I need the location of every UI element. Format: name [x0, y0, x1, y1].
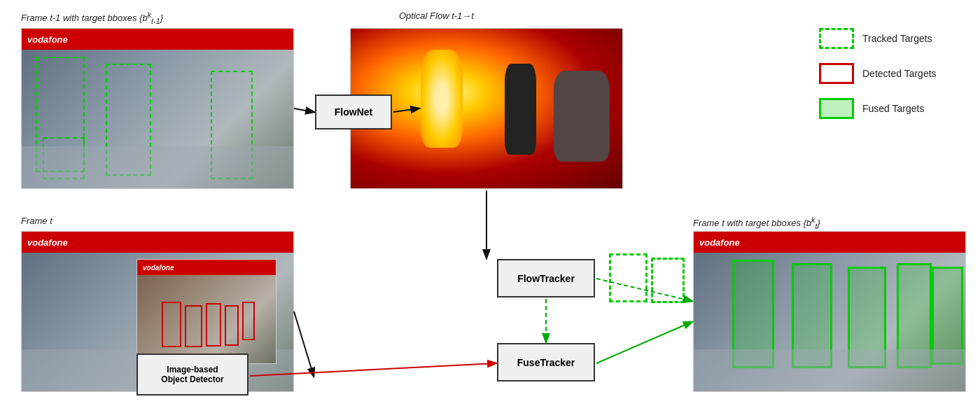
det-bbox-1	[162, 302, 181, 347]
flow-silhouette-dark1	[505, 64, 536, 155]
detector-input-image: vodafone	[136, 259, 276, 364]
detector-label: Image-based Object Detector	[161, 365, 223, 384]
fusetracker-label: FuseTracker	[517, 357, 575, 368]
legend-item-fused: Fused Targets	[819, 98, 959, 119]
arrow-tm1-flownet	[294, 108, 314, 112]
legend-item-detected: Detected Targets	[819, 63, 959, 84]
det-bbox-4	[225, 305, 239, 346]
legend-detected-label: Detected Targets	[862, 68, 937, 79]
flow-silhouette-dark2	[554, 71, 610, 162]
det-bbox-3	[206, 303, 221, 346]
frame-t-output-image: vodafone	[693, 231, 966, 392]
label-optical-flow: Optical Flow t-1→t	[399, 10, 474, 21]
vodafone-logo-tm1: vodafone	[27, 34, 68, 45]
flownet-box: FlowNet	[315, 94, 392, 130]
label-frame-t-out: Frame t with target bboxes {bkt}	[693, 216, 820, 230]
legend-detected-box	[819, 63, 854, 84]
label-frame-t: Frame t	[21, 216, 52, 226]
flowtracker-label: FlowTracker	[517, 273, 575, 284]
flow-silhouette-bright	[421, 50, 463, 148]
flownet-label: FlowNet	[335, 106, 372, 118]
vodafone-logo-det: vodafone	[143, 264, 174, 272]
vodafone-logo-t: vodafone	[27, 237, 68, 248]
flowtracker-box: FlowTracker	[497, 259, 595, 298]
frame-tm1-image: vodafone	[21, 28, 294, 189]
vodafone-logo-out: vodafone	[699, 237, 740, 248]
legend: Tracked Targets Detected Targets Fused T…	[819, 28, 959, 133]
flowtracker-output-bbox	[609, 253, 648, 302]
fusetracker-box: FuseTracker	[497, 343, 595, 382]
legend-tracked-box	[819, 28, 854, 49]
det-bbox-2	[185, 305, 202, 347]
label-frame-tm1: Frame t-1 with target bboxes {bkt-1}	[21, 10, 163, 25]
legend-fused-label: Fused Targets	[862, 103, 924, 114]
flowtracker-output-bbox2	[651, 258, 685, 303]
legend-tracked-label: Tracked Targets	[862, 33, 932, 44]
legend-fused-box	[819, 98, 854, 119]
detector-box: Image-based Object Detector	[136, 354, 248, 396]
arrow-fusetracker-output	[596, 322, 692, 363]
arrow-framet-detector	[294, 312, 314, 376]
legend-item-tracked: Tracked Targets	[819, 28, 959, 49]
det-bbox-5	[242, 302, 255, 340]
diagram-container: vodafone vodafone vodafone	[0, 0, 980, 420]
